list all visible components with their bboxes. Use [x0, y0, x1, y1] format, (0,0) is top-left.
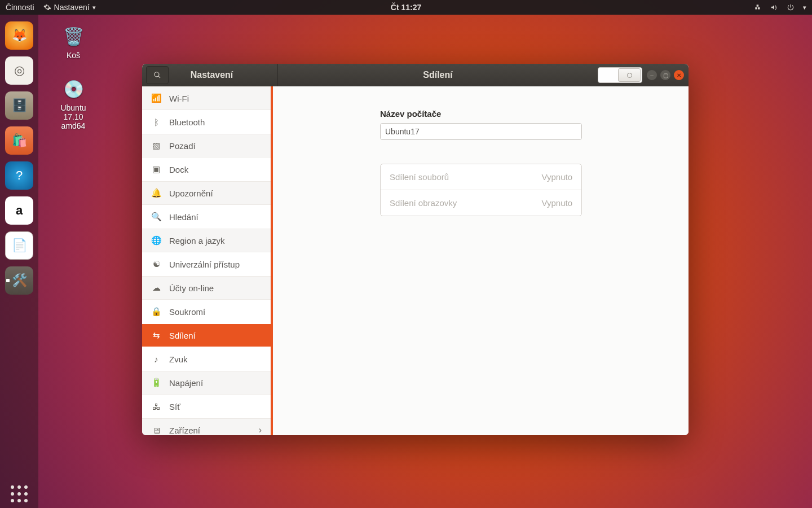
sidebar-item-power[interactable]: 🔋Napájení [142, 371, 271, 395]
system-status-area[interactable]: ▾ [754, 3, 806, 11]
sidebar-item-sharing[interactable]: ⇆Sdílení [142, 323, 271, 347]
dock-app-firefox[interactable]: 🦊 [5, 21, 33, 50]
network-icon: 🖧 [151, 402, 161, 411]
sidebar-item-accessibility[interactable]: ☯Univerzální přístup [142, 252, 271, 276]
sound-icon: ♪ [151, 354, 161, 364]
power-icon: 🔋 [151, 378, 161, 388]
dock-app-help[interactable]: ? [5, 161, 33, 190]
sidebar-item-background[interactable]: ▧Pozadí [142, 134, 271, 157]
dock-app-files[interactable]: 🗄️ [5, 91, 33, 120]
sidebar-item-label: Wi-Fi [169, 94, 189, 103]
computer-name-label: Název počítače [380, 109, 582, 119]
sharing-options-list: Sdílení souborů Vypnuto Sdílení obrazovk… [380, 164, 582, 216]
sidebar-item-label: Napájení [169, 378, 203, 388]
background-icon: ▧ [151, 141, 161, 151]
sidebar-item-label: Hledání [169, 212, 198, 222]
sharing-master-toggle[interactable] [598, 67, 642, 83]
sharing-row-label: Sdílení obrazovky [390, 198, 457, 208]
sidebar-item-label: Účty on-line [169, 283, 214, 293]
chevron-down-icon: ▾ [803, 4, 806, 11]
app-indicator-label: Nastavení [54, 3, 90, 12]
chevron-down-icon: ▾ [92, 4, 96, 11]
desktop-icon-trash[interactable]: 🗑️ Koš [51, 21, 96, 60]
desktop-icon-dvd[interactable]: 💿 Ubuntu 17.10 amd64 [51, 74, 96, 130]
sidebar-item-label: Dock [169, 165, 188, 174]
search-icon: 🔍 [151, 212, 161, 222]
sharing-panel: Název počítače Sdílení souborů Vypnuto S… [273, 86, 689, 435]
gear-icon [43, 3, 51, 11]
sharing-row-files[interactable]: Sdílení souborů Vypnuto [381, 164, 581, 190]
sidebar-item-label: Univerzální přístup [169, 260, 240, 269]
network-icon [754, 3, 762, 11]
volume-icon [770, 3, 778, 11]
sidebar-item-privacy[interactable]: 🔒Soukromí [142, 300, 271, 323]
desktop: Činnosti Nastavení ▾ Čt 11:27 ▾ 🦊 ◎ 🗄️ 🛍… [0, 0, 812, 508]
sidebar-item-label: Zařízení [169, 426, 200, 435]
cloud-icon: ☁ [151, 283, 161, 293]
search-button[interactable] [146, 66, 169, 84]
dock: 🦊 ◎ 🗄️ 🛍️ ? a 📄 🛠️ [0, 15, 38, 508]
sidebar-item-label: Zvuk [169, 354, 188, 364]
window-close-button[interactable]: ✕ [674, 70, 684, 80]
settings-window: Nastavení Sdílení – ▢ ✕ 📶Wi-Fi ᛒBluetoot… [142, 64, 689, 435]
devices-icon: 🖥 [151, 426, 161, 435]
wifi-icon: 📶 [151, 93, 161, 103]
app-indicator[interactable]: Nastavení ▾ [43, 3, 96, 12]
settings-sidebar[interactable]: 📶Wi-Fi ᛒBluetooth ▧Pozadí ▣Dock 🔔Upozorn… [142, 86, 273, 435]
lock-icon: 🔒 [151, 306, 161, 317]
top-menubar: Činnosti Nastavení ▾ Čt 11:27 ▾ [0, 0, 812, 15]
sidebar-item-network[interactable]: 🖧Síť [142, 395, 271, 418]
show-applications-button[interactable] [5, 480, 33, 508]
bell-icon: 🔔 [151, 188, 161, 198]
sidebar-item-bluetooth[interactable]: ᛒBluetooth [142, 110, 271, 134]
computer-name-input[interactable] [380, 123, 582, 140]
window-minimize-button[interactable]: – [647, 70, 657, 80]
dock-app-writer[interactable]: 📄 [5, 231, 33, 260]
sidebar-item-notifications[interactable]: 🔔Upozornění [142, 181, 271, 205]
sharing-row-status: Vypnuto [542, 172, 573, 182]
activities-button[interactable]: Činnosti [6, 3, 34, 12]
headerbar-left-title: Nastavení [169, 70, 277, 80]
sidebar-item-online-accounts[interactable]: ☁Účty on-line [142, 276, 271, 300]
sidebar-item-label: Soukromí [169, 307, 205, 317]
sidebar-item-label: Region a jazyk [169, 236, 224, 246]
sharing-row-screen[interactable]: Sdílení obrazovky Vypnuto [381, 190, 581, 216]
dock-app-amazon[interactable]: a [5, 196, 33, 225]
window-maximize-button[interactable]: ▢ [660, 70, 670, 80]
bluetooth-icon: ᛒ [151, 117, 161, 127]
sidebar-item-label: Bluetooth [169, 117, 205, 127]
dock-app-software[interactable]: 🛍️ [5, 126, 33, 155]
sidebar-item-label: Upozornění [169, 189, 213, 198]
sharing-row-status: Vypnuto [542, 198, 573, 208]
trash-icon: 🗑️ [59, 21, 88, 51]
sidebar-item-dock[interactable]: ▣Dock [142, 157, 271, 181]
dock-app-rhythmbox[interactable]: ◎ [5, 56, 33, 85]
headerbar-title: Sdílení [278, 70, 598, 80]
toggle-knob [618, 68, 641, 82]
headerbar: Nastavení Sdílení – ▢ ✕ [142, 64, 689, 86]
globe-icon: 🌐 [151, 235, 161, 246]
disc-icon: 💿 [59, 74, 88, 103]
clock[interactable]: Čt 11:27 [391, 3, 421, 12]
sidebar-item-region[interactable]: 🌐Region a jazyk [142, 229, 271, 252]
sidebar-item-label: Síť [169, 402, 180, 411]
dock-icon: ▣ [151, 164, 161, 174]
power-icon [787, 3, 795, 11]
sidebar-item-label: Sdílení [169, 331, 196, 340]
desktop-icons-area: 🗑️ Koš 💿 Ubuntu 17.10 amd64 [51, 21, 96, 144]
share-icon: ⇆ [151, 330, 161, 340]
desktop-icon-label: Koš [67, 51, 80, 60]
accessibility-icon: ☯ [151, 259, 161, 269]
chevron-right-icon: › [259, 425, 262, 435]
sidebar-item-wifi[interactable]: 📶Wi-Fi [142, 86, 271, 110]
search-icon [153, 71, 161, 79]
desktop-icon-label: Ubuntu 17.10 amd64 [51, 103, 96, 130]
sidebar-item-devices[interactable]: 🖥Zařízení› [142, 418, 271, 435]
sidebar-item-search[interactable]: 🔍Hledání [142, 205, 271, 229]
sharing-row-label: Sdílení souborů [390, 172, 449, 182]
sidebar-item-sound[interactable]: ♪Zvuk [142, 347, 271, 371]
dock-app-settings[interactable]: 🛠️ [5, 266, 33, 295]
sidebar-item-label: Pozadí [169, 141, 196, 151]
